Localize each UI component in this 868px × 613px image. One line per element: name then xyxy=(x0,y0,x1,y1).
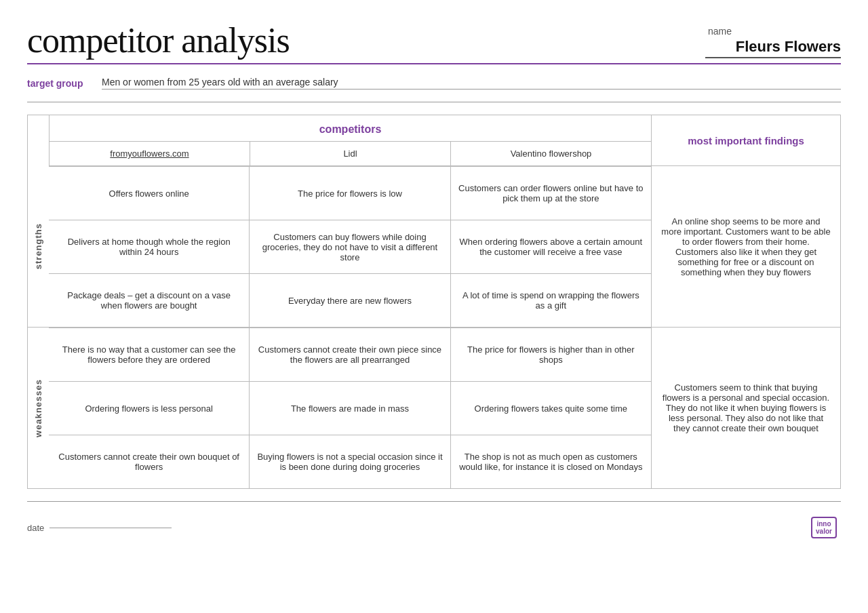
weaknesses-r2-c1: Ordering flowers is less personal xyxy=(49,382,250,435)
target-group-label: target group xyxy=(27,78,95,89)
strengths-r2-c3: When ordering flowers above a certain am… xyxy=(451,220,651,273)
strengths-r1-c3: Customers can order flowers online but h… xyxy=(451,167,651,220)
strengths-r3-c1: Package deals – get a discount on a vase… xyxy=(49,274,250,327)
weaknesses-r3-c2: Buying flowers is not a special occasion… xyxy=(250,435,450,488)
competitors-section: competitors fromyouflowers.com Lidl Vale… xyxy=(49,115,651,166)
date-line xyxy=(50,528,172,528)
name-block: name Fleurs Flowers xyxy=(705,26,841,58)
section-divider xyxy=(27,102,841,102)
logo-box: inno valor xyxy=(811,517,837,538)
weaknesses-findings: Customers seem to think that buying flow… xyxy=(651,328,841,489)
main-grid: competitors fromyouflowers.com Lidl Vale… xyxy=(27,115,841,489)
logo: inno valor xyxy=(807,514,841,541)
strengths-rows: Offers flowers online The price for flow… xyxy=(49,166,651,327)
table-row: Offers flowers online The price for flow… xyxy=(49,166,651,220)
footer-divider xyxy=(27,501,841,502)
strengths-r3-c3: A lot of time is spend on wrapping the f… xyxy=(451,274,651,327)
page-header: competitor analysis name Fleurs Flowers xyxy=(27,20,841,60)
weaknesses-r3-c3: The shop is not as much open as customer… xyxy=(451,435,651,488)
strengths-r1-c1: Offers flowers online xyxy=(49,167,250,220)
strengths-side-label: strengths xyxy=(27,166,49,328)
competitor-name-1: fromyouflowers.com xyxy=(50,142,250,165)
name-label: name xyxy=(708,26,732,37)
competitor-name-3: Valentino flowershop xyxy=(451,142,651,165)
competitor-name-2: Lidl xyxy=(250,142,451,165)
strengths-r2-c2: Customers can buy flowers while doing gr… xyxy=(250,220,450,273)
page-title: competitor analysis xyxy=(27,20,290,60)
weaknesses-r1-c3: The price for flowers is higher than in … xyxy=(451,328,651,381)
competitors-label: competitors xyxy=(50,115,651,142)
table-row: Ordering flowers is less personal The fl… xyxy=(49,381,651,435)
weaknesses-side-label: weaknesses xyxy=(27,328,49,489)
weaknesses-r2-c3: Ordering flowers takes quite some time xyxy=(451,382,651,435)
strengths-r1-c2: The price for flowers is low xyxy=(250,167,450,220)
weaknesses-r1-c1: There is no way that a customer can see … xyxy=(49,328,250,381)
table-row: Customers cannot create their own bouque… xyxy=(49,435,651,488)
weaknesses-r2-c2: The flowers are made in mass xyxy=(250,382,450,435)
side-header-corner xyxy=(27,115,49,166)
weaknesses-rows: There is no way that a customer can see … xyxy=(49,328,651,488)
name-value: Fleurs Flowers xyxy=(705,38,841,58)
weaknesses-r1-c2: Customers cannot create their own piece … xyxy=(250,328,450,381)
strengths-r3-c2: Everyday there are new flowers xyxy=(250,274,450,327)
weaknesses-content: There is no way that a customer can see … xyxy=(49,328,651,489)
top-divider xyxy=(27,63,841,64)
table-row: Package deals – get a discount on a vase… xyxy=(49,273,651,327)
strengths-content: Offers flowers online The price for flow… xyxy=(49,166,651,328)
date-block: date xyxy=(27,523,172,533)
page-footer: date inno valor xyxy=(27,514,841,541)
strengths-findings: An online shop seems to be more and more… xyxy=(651,166,841,328)
strengths-r2-c1: Delivers at home though whole the region… xyxy=(49,220,250,273)
target-group-row: target group Men or women from 25 years … xyxy=(27,77,841,90)
weaknesses-r3-c1: Customers cannot create their own bouque… xyxy=(49,435,250,488)
target-group-value: Men or women from 25 years old with an a… xyxy=(102,77,841,90)
competitor-names-row: fromyouflowers.com Lidl Valentino flower… xyxy=(50,142,651,165)
table-row: There is no way that a customer can see … xyxy=(49,328,651,381)
findings-header: most important findings xyxy=(651,115,841,166)
date-label: date xyxy=(27,523,44,533)
table-row: Delivers at home though whole the region… xyxy=(49,220,651,273)
